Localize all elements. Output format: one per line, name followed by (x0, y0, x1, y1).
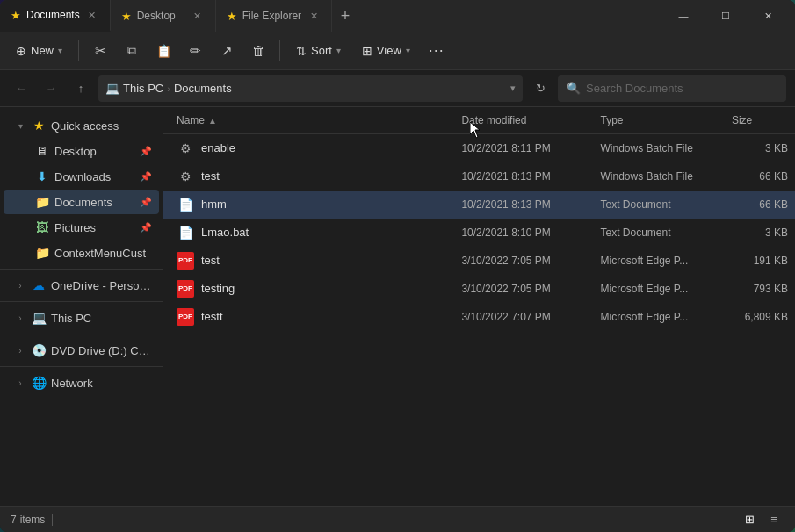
column-header: Name ▲ Date modified Type Size (163, 107, 795, 134)
refresh-button[interactable]: ↻ (528, 76, 553, 101)
status-count: 7 items (11, 514, 56, 526)
list-view-button[interactable]: ≡ (763, 509, 784, 530)
sidebar-item-onedrive[interactable]: › ☁ OneDrive - Personal (4, 273, 159, 298)
sidebar-item-thispc[interactable]: › 💻 This PC (4, 306, 159, 330)
tab-star-icon: ★ (11, 9, 21, 22)
pin-icon-pics: 📌 (140, 222, 152, 234)
sidebar-item-downloads[interactable]: ⬇ Downloads 📌 (4, 164, 159, 189)
view-button[interactable]: ⊞ View ▾ (353, 40, 419, 62)
col-date-header[interactable]: Date modified (454, 111, 593, 130)
bat-icon: ⚙ (180, 141, 192, 155)
new-tab-button[interactable]: + (332, 3, 358, 29)
file-type: Text Document (593, 226, 724, 239)
table-row[interactable]: ⚙ test 10/2/2021 8:13 PM Windows Batch F… (163, 162, 795, 191)
cut-icon: ✂ (95, 43, 106, 59)
maximize-button[interactable]: ☐ (705, 0, 746, 32)
rename-button[interactable]: ✏ (181, 37, 209, 65)
pin-icon-dl: 📌 (140, 171, 152, 183)
sidebar-item-pictures[interactable]: 🖼 Pictures 📌 (4, 215, 159, 240)
back-button[interactable]: ← (9, 76, 33, 101)
share-button[interactable]: ↗ (213, 37, 241, 65)
file-icon: ⚙ (177, 168, 194, 185)
cut-button[interactable]: ✂ (86, 37, 114, 65)
expand-icon: ▾ (14, 119, 26, 132)
tab-file-explorer-close[interactable]: ✕ (307, 9, 321, 23)
table-row[interactable]: PDF testing 3/10/2022 7:05 PM Microsoft … (163, 275, 795, 303)
paste-button[interactable]: 📋 (149, 37, 177, 65)
search-icon: 🔍 (567, 82, 581, 95)
star-icon: ★ (32, 119, 46, 133)
more-button[interactable]: ··· (423, 37, 451, 65)
sort-dropdown-icon: ▾ (336, 46, 341, 55)
file-icon: ⚙ (177, 140, 194, 157)
sidebar-item-documents[interactable]: 📁 Documents 📌 (4, 190, 159, 214)
pictures-icon: 🖼 (35, 220, 49, 234)
minimize-button[interactable]: — (663, 0, 704, 32)
tab-documents[interactable]: ★ Documents ✕ (0, 0, 111, 32)
file-icon: PDF (177, 280, 194, 298)
sort-button[interactable]: ⇅ Sort ▾ (287, 40, 350, 62)
file-date: 3/10/2022 7:07 PM (454, 311, 593, 323)
sidebar-item-desktop[interactable]: 🖥 Desktop 📌 (4, 139, 159, 163)
new-button[interactable]: ⊕ New ▾ (7, 40, 71, 62)
tab-file-explorer[interactable]: ★ File Explorer ✕ (216, 0, 332, 32)
forward-icon: → (46, 82, 57, 95)
sidebar-item-network[interactable]: › 🌐 Network (4, 370, 159, 395)
expand-icon-dvd: › (14, 344, 26, 356)
sidebar-sep-4 (0, 366, 163, 367)
sidebar-sep-1 (0, 269, 163, 270)
pdf-icon: PDF (177, 252, 194, 270)
tab-desktop-label: Desktop (137, 10, 176, 22)
sidebar-item-contextmenu[interactable]: 📁 ContextMenuCust (4, 241, 159, 265)
tab-documents-close[interactable]: ✕ (85, 8, 99, 22)
file-name-cell: PDF testing (163, 280, 454, 298)
list-view-icon: ≡ (770, 513, 777, 526)
folder-icon: 📁 (35, 246, 49, 260)
tab-star-icon3: ★ (227, 10, 237, 23)
search-placeholder: Search Documents (586, 82, 683, 95)
status-view-controls: ⊞ ≡ (739, 509, 784, 530)
search-box[interactable]: 🔍 Search Documents (558, 75, 786, 102)
view-dropdown-icon: ▾ (406, 46, 410, 55)
copy-button[interactable]: ⧉ (118, 37, 146, 65)
table-row[interactable]: PDF testt 3/10/2022 7:07 PM Microsoft Ed… (163, 303, 795, 331)
sidebar-quick-access[interactable]: ▾ ★ Quick access (4, 113, 159, 138)
table-row[interactable]: 📄 hmm 10/2/2021 8:13 PM Text Document 66… (163, 191, 795, 219)
col-size-label: Size (732, 114, 752, 126)
file-name-cell: ⚙ test (163, 168, 454, 185)
file-type: Microsoft Edge P... (593, 255, 724, 267)
table-row[interactable]: PDF test 3/10/2022 7:05 PM Microsoft Edg… (163, 247, 795, 275)
grid-view-icon: ⊞ (745, 513, 755, 526)
forward-button[interactable]: → (39, 76, 63, 101)
file-size: 66 KB (725, 198, 795, 211)
col-type-header[interactable]: Type (593, 111, 724, 130)
delete-icon: 🗑 (252, 43, 265, 58)
sidebar-item-dvd[interactable]: › 💿 DVD Drive (D:) CCC (4, 338, 159, 363)
delete-button[interactable]: 🗑 (244, 37, 272, 65)
table-row[interactable]: 📄 Lmao.bat 10/2/2021 8:10 PM Text Docume… (163, 219, 795, 247)
close-button[interactable]: ✕ (748, 0, 788, 32)
file-icon: PDF (177, 308, 194, 326)
file-type: Windows Batch File (593, 142, 724, 155)
grid-view-button[interactable]: ⊞ (739, 509, 760, 530)
txt-icon: 📄 (178, 198, 193, 212)
tab-desktop[interactable]: ★ Desktop ✕ (111, 0, 216, 32)
file-name-cell: 📄 hmm (163, 196, 454, 213)
up-button[interactable]: ↑ (69, 76, 93, 101)
address-path[interactable]: 💻 This PC › Documents ▾ (98, 75, 523, 102)
table-row[interactable]: ⚙ enable 10/2/2021 8:11 PM Windows Batch… (163, 134, 795, 162)
file-date: 10/2/2021 8:13 PM (454, 198, 593, 211)
col-size-header[interactable]: Size (725, 111, 795, 130)
file-icon: 📄 (177, 196, 194, 213)
sidebar-thispc-label: This PC (51, 312, 152, 325)
expand-icon-od: › (14, 279, 26, 291)
file-name: hmm (201, 198, 227, 211)
back-icon: ← (16, 82, 27, 95)
tab-desktop-close[interactable]: ✕ (191, 9, 205, 23)
col-name-header[interactable]: Name ▲ (163, 111, 454, 130)
copy-icon: ⧉ (127, 43, 136, 58)
items-label: items (20, 514, 46, 526)
dvd-icon: 💿 (32, 343, 46, 357)
new-icon: ⊕ (16, 44, 26, 58)
path-arrow-1: › (167, 83, 170, 94)
